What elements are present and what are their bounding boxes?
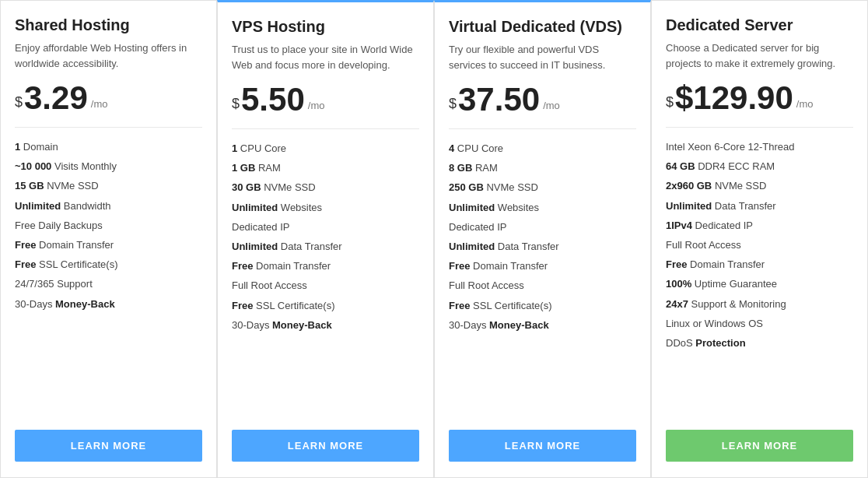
plan-desc-vds: Try our flexible and powerful VDS servic… (449, 42, 636, 72)
feature-item: 1 CPU Core (232, 142, 419, 156)
feature-item: 250 GB NVMe SSD (449, 181, 636, 195)
plan-price-vds: $37.50/mo (449, 83, 636, 116)
feature-item: Free SSL Certificate(s) (232, 299, 419, 313)
feature-item: Intel Xeon 6-Core 12-Thread (666, 140, 853, 154)
feature-item: DDoS Protection (666, 336, 853, 350)
plan-desc-shared: Enjoy affordable Web Hosting offers in w… (15, 40, 202, 71)
learn-more-button-shared[interactable]: LEARN MORE (15, 430, 202, 462)
feature-item: Free Daily Backups (15, 219, 202, 233)
feature-item: Free SSL Certificate(s) (15, 258, 202, 272)
plan-card-shared: Shared HostingEnjoy affordable Web Hosti… (0, 0, 217, 478)
price-amount: 37.50 (458, 83, 540, 116)
price-sign: $ (232, 91, 240, 116)
feature-item: Unlimited Bandwidth (15, 199, 202, 213)
feature-item: Unlimited Data Transfer (449, 240, 636, 254)
learn-more-button-dedicated[interactable]: LEARN MORE (666, 430, 853, 462)
price-period: /mo (543, 100, 560, 111)
feature-item: 30 GB NVMe SSD (232, 181, 419, 195)
feature-item: 15 GB NVMe SSD (15, 179, 202, 193)
feature-item: Full Root Access (666, 238, 853, 252)
feature-item: Unlimited Data Transfer (666, 199, 853, 213)
feature-item: Free Domain Transfer (666, 258, 853, 272)
feature-item: Free Domain Transfer (15, 238, 202, 252)
feature-item: 100% Uptime Guarantee (666, 277, 853, 291)
plan-desc-vps: Trust us to place your site in World Wid… (232, 42, 419, 72)
feature-item: 1IPv4 Dedicated IP (666, 219, 853, 233)
feature-item: Free SSL Certificate(s) (449, 299, 636, 313)
feature-item: 64 GB DDR4 ECC RAM (666, 160, 853, 174)
divider (232, 128, 419, 129)
feature-item: Unlimited Data Transfer (232, 240, 419, 254)
plan-price-shared: $3.29/mo (15, 82, 202, 114)
divider (449, 128, 636, 129)
pricing-grid: Shared HostingEnjoy affordable Web Hosti… (0, 0, 868, 478)
features-list-vds: 4 CPU Core8 GB RAM250 GB NVMe SSDUnlimit… (449, 142, 636, 414)
plan-card-vds: Virtual Dedicated (VDS)Try our flexible … (434, 0, 651, 478)
feature-item: Dedicated IP (449, 220, 636, 234)
price-period: /mo (796, 98, 814, 110)
feature-item: Free Domain Transfer (449, 259, 636, 273)
feature-item: Linux or Windows OS (666, 317, 853, 331)
feature-item: 24x7 Support & Monitoring (666, 297, 853, 311)
plan-title-shared: Shared Hosting (15, 16, 202, 34)
feature-item: 4 CPU Core (449, 142, 636, 156)
feature-item: Unlimited Websites (232, 201, 419, 215)
feature-item: 1 Domain (15, 140, 202, 154)
price-amount: $129.90 (675, 82, 793, 114)
price-period: /mo (91, 98, 108, 110)
plan-title-vps: VPS Hosting (232, 18, 419, 36)
plan-title-dedicated: Dedicated Server (666, 16, 853, 34)
feature-item: Full Root Access (232, 279, 419, 293)
feature-item: Unlimited Websites (449, 201, 636, 215)
divider (666, 127, 853, 128)
feature-item: 8 GB RAM (449, 161, 636, 175)
learn-more-button-vps[interactable]: LEARN MORE (232, 430, 419, 462)
price-period: /mo (308, 100, 325, 111)
plan-card-vps: VPS HostingTrust us to place your site i… (217, 0, 434, 478)
feature-item: 30-Days Money-Back (232, 318, 419, 332)
plan-desc-dedicated: Choose a Dedicated server for big projec… (666, 40, 853, 71)
price-sign: $ (666, 90, 674, 114)
feature-item: Full Root Access (449, 279, 636, 293)
feature-item: Free Domain Transfer (232, 259, 419, 273)
price-sign: $ (449, 91, 457, 116)
feature-item: 2x960 GB NVMe SSD (666, 179, 853, 193)
divider (15, 127, 202, 128)
plan-price-vps: $5.50/mo (232, 83, 419, 116)
price-amount: 5.50 (241, 83, 305, 116)
price-sign: $ (15, 90, 23, 114)
price-amount: 3.29 (24, 82, 88, 114)
feature-item: 24/7/365 Support (15, 277, 202, 291)
plan-title-vds: Virtual Dedicated (VDS) (449, 18, 636, 36)
feature-item: 1 GB RAM (232, 161, 419, 175)
plan-price-dedicated: $$129.90/mo (666, 82, 853, 114)
learn-more-button-vds[interactable]: LEARN MORE (449, 430, 636, 462)
feature-item: 30-Days Money-Back (15, 297, 202, 311)
feature-item: Dedicated IP (232, 220, 419, 234)
features-list-shared: 1 Domain~10 000 Visits Monthly15 GB NVMe… (15, 140, 202, 414)
feature-item: 30-Days Money-Back (449, 318, 636, 332)
plan-card-dedicated: Dedicated ServerChoose a Dedicated serve… (651, 0, 868, 478)
feature-item: ~10 000 Visits Monthly (15, 160, 202, 174)
features-list-dedicated: Intel Xeon 6-Core 12-Thread64 GB DDR4 EC… (666, 140, 853, 414)
features-list-vps: 1 CPU Core1 GB RAM30 GB NVMe SSDUnlimite… (232, 142, 419, 414)
